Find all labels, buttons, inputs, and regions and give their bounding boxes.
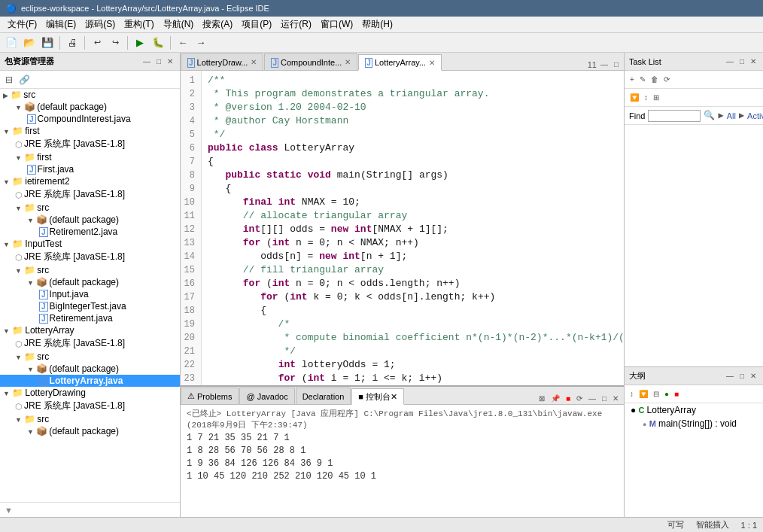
tree-item[interactable]: ▼ 📦(default package): [0, 363, 180, 375]
tree-item[interactable]: ▼ 📦(default package): [0, 214, 180, 226]
tree-item[interactable]: JInput.java: [0, 288, 180, 300]
toolbar: 📄 📂 💾 🖨 ↩ ↪ ▶ 🐛 ← →: [0, 33, 763, 53]
editor-tab-2[interactable]: JLotteryArray...✕: [358, 54, 442, 71]
tree-item[interactable]: ⬡JRE 系统库 [JavaSE-1.8]: [0, 336, 180, 351]
tab-console[interactable]: ■ 控制台 ✕: [351, 388, 404, 405]
package-explorer-minimize[interactable]: —: [141, 56, 153, 67]
package-explorer-maximize[interactable]: □: [154, 56, 163, 67]
toolbar-new[interactable]: 📄: [3, 35, 20, 51]
tree-item[interactable]: JRetirement2.java: [0, 226, 180, 238]
link-editor-btn[interactable]: 🔗: [17, 73, 32, 87]
task-minimize[interactable]: —: [724, 56, 736, 67]
tree-item[interactable]: ▼ 📁first: [0, 125, 180, 137]
tree-item[interactable]: ▼ 📁src: [0, 413, 180, 425]
task-close[interactable]: ✕: [748, 56, 758, 67]
outline-maximize[interactable]: □: [737, 370, 746, 382]
task-edit[interactable]: ✎: [637, 74, 648, 85]
find-all[interactable]: All: [727, 111, 736, 120]
tree-item[interactable]: JRetirement.java: [0, 312, 180, 324]
bottom-close[interactable]: ✕: [610, 393, 621, 404]
menu-navigate[interactable]: 导航(N): [159, 17, 199, 32]
code-editor[interactable]: 1234567891011121314151617181920212223242…: [181, 71, 624, 385]
tree-item[interactable]: ⬡JRE 系统库 [JavaSE-1.8]: [0, 399, 180, 413]
tree-item[interactable]: JFirst.java: [0, 163, 180, 175]
toolbar-save[interactable]: 💾: [39, 35, 56, 51]
find-input[interactable]: [648, 110, 701, 122]
console-tab-close[interactable]: ✕: [391, 392, 397, 402]
outline-expand[interactable]: ●: [662, 388, 671, 400]
tree-item[interactable]: ▼ 📁src: [0, 264, 180, 276]
editor-maximize[interactable]: □: [612, 59, 621, 70]
find-activ[interactable]: Activ...: [747, 111, 763, 120]
toolbar-run[interactable]: ▶: [132, 35, 148, 51]
menu-source[interactable]: 源码(S): [81, 17, 120, 32]
bottom-maximize[interactable]: □: [600, 393, 609, 404]
tree-item[interactable]: ▼ 📁ietirement2: [0, 175, 180, 187]
outline-minimize[interactable]: —: [724, 370, 736, 382]
tree-item[interactable]: ▼ 📦(default package): [0, 101, 180, 113]
task-maximize[interactable]: □: [737, 56, 746, 67]
outline-run[interactable]: ■: [672, 388, 681, 400]
toolbar-forward[interactable]: →: [193, 35, 209, 51]
editor-tab-0[interactable]: JLotteryDraw...✕: [181, 53, 263, 70]
tab-close[interactable]: ✕: [429, 59, 435, 67]
tree-item[interactable]: ▼ 📦(default package): [0, 425, 180, 437]
task-expand[interactable]: ⊞: [651, 92, 661, 103]
outline-item[interactable]: ● M main(String[]) : void: [625, 417, 763, 430]
outline-sort[interactable]: ↕: [628, 388, 636, 400]
task-add[interactable]: +: [628, 74, 637, 85]
code-content[interactable]: /** * This program demonstrates a triang…: [202, 71, 624, 385]
tree-item[interactable]: ▼ 📁first: [0, 151, 180, 163]
bottom-minimize[interactable]: —: [586, 393, 598, 404]
tree-item[interactable]: ▼ 📦(default package): [0, 276, 180, 288]
tab-problems[interactable]: ⚠ Problems: [181, 388, 239, 404]
menu-refactor[interactable]: 重构(T): [120, 17, 158, 32]
tree-item[interactable]: ⬡JRE 系统库 [JavaSE-1.8]: [0, 187, 180, 202]
outline-close[interactable]: ✕: [748, 370, 758, 382]
console-pin[interactable]: 📌: [549, 393, 562, 404]
tree-item[interactable]: JBigIntegerTest.java: [0, 300, 180, 312]
tab-close[interactable]: ✕: [345, 58, 351, 66]
outline-item[interactable]: ● C LotteryArray: [625, 403, 763, 417]
tab-javadoc[interactable]: @ Javadoc: [239, 388, 294, 404]
toolbar-open[interactable]: 📂: [21, 35, 38, 51]
package-explorer-close[interactable]: ✕: [165, 56, 175, 67]
tree-item[interactable]: ▼ 📁src: [0, 202, 180, 214]
menu-run[interactable]: 运行(R): [276, 17, 316, 32]
editor-tab-1[interactable]: JCompoundInte...✕: [264, 53, 357, 70]
toolbar-print[interactable]: 🖨: [64, 35, 81, 51]
tree-item[interactable]: ▼ 📁LotteryArray: [0, 324, 180, 336]
menu-help[interactable]: 帮助(H): [357, 17, 397, 32]
tree-item[interactable]: ▼ 📁LotteryDrawing: [0, 387, 180, 399]
toolbar-undo[interactable]: ↩: [89, 35, 105, 51]
menu-edit[interactable]: 编辑(E): [41, 17, 81, 32]
menu-project[interactable]: 项目(P): [237, 17, 276, 32]
tree-item[interactable]: JCompoundInterest.java: [0, 113, 180, 125]
find-icon[interactable]: 🔍: [704, 110, 715, 121]
editor-minimize[interactable]: —: [598, 59, 610, 70]
tree-item[interactable]: JLotteryArray.java: [0, 375, 180, 387]
tree-item[interactable]: ▶ 📁src: [0, 89, 180, 101]
console-stop[interactable]: ■: [564, 393, 573, 404]
collapse-all-btn[interactable]: ⊟: [3, 73, 15, 87]
task-sort[interactable]: ↕: [642, 92, 650, 103]
console-clear[interactable]: ⊠: [537, 393, 547, 404]
task-refresh[interactable]: ⟳: [661, 74, 672, 85]
tab-close[interactable]: ✕: [251, 58, 257, 66]
tab-declaration[interactable]: Declaration: [296, 388, 351, 404]
console-rerun[interactable]: ⟳: [574, 393, 585, 404]
task-filter[interactable]: 🔽: [628, 92, 641, 103]
toolbar-debug[interactable]: 🐛: [150, 35, 166, 51]
outline-collapse[interactable]: ⊟: [651, 388, 661, 400]
tree-item[interactable]: ▼ 📁InputTest: [0, 238, 180, 250]
menu-file[interactable]: 文件(F): [3, 17, 41, 32]
tree-item[interactable]: ⬡JRE 系统库 [JavaSE-1.8]: [0, 137, 180, 151]
tree-item[interactable]: ▼ 📁src: [0, 351, 180, 363]
toolbar-redo[interactable]: ↪: [107, 35, 123, 51]
tree-item[interactable]: ⬡JRE 系统库 [JavaSE-1.8]: [0, 250, 180, 264]
menu-search[interactable]: 搜索(A): [198, 17, 237, 32]
toolbar-back[interactable]: ←: [175, 35, 191, 51]
task-delete[interactable]: 🗑: [649, 74, 661, 85]
outline-filter[interactable]: 🔽: [637, 388, 650, 400]
menu-window[interactable]: 窗口(W): [316, 17, 357, 32]
